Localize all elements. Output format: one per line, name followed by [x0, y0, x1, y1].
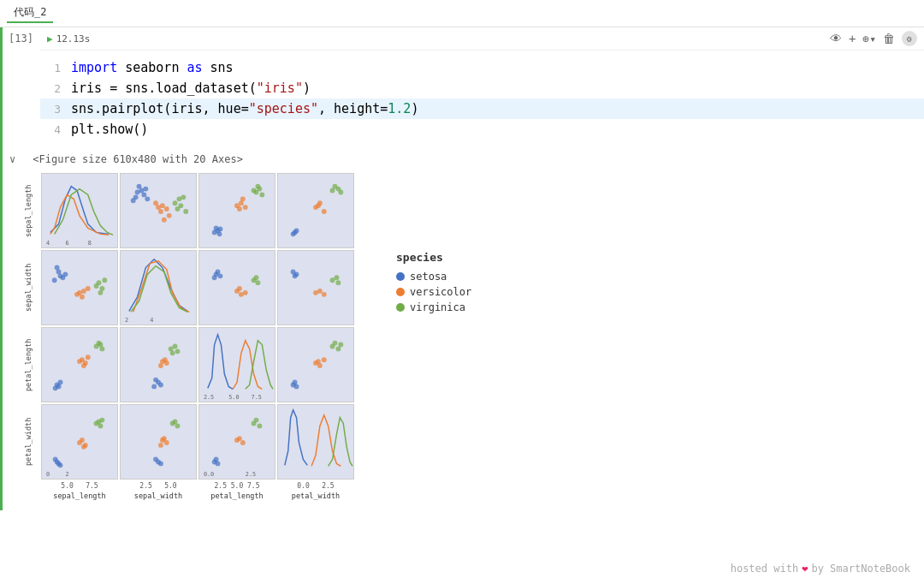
trash-icon[interactable]: 🗑 — [883, 32, 895, 45]
svg-point-161 — [158, 443, 163, 448]
svg-point-137 — [335, 347, 341, 352]
svg-point-24 — [181, 194, 186, 200]
cell-run-info: ▶ 12.13s — [47, 33, 90, 45]
svg-text:2.5: 2.5 — [204, 394, 214, 401]
line-num-2: 2 — [50, 80, 71, 98]
plot-container: sepal_length sepal_width petal_length pe… — [3, 169, 924, 507]
svg-point-14 — [160, 203, 165, 208]
svg-point-35 — [243, 205, 248, 210]
svg-point-142 — [58, 462, 63, 468]
svg-point-112 — [153, 378, 158, 383]
svg-point-85 — [256, 280, 261, 285]
cell-1-1: 2 4 — [120, 250, 197, 325]
svg-point-19 — [162, 217, 167, 223]
svg-text:7.5: 7.5 — [252, 394, 262, 401]
toggle-arrow: ∨ — [9, 153, 15, 165]
cell-3-0: 0 2 — [41, 404, 118, 480]
pairplot-row-1: 2 4 — [40, 249, 355, 326]
svg-point-67 — [97, 280, 102, 285]
svg-text:2: 2 — [125, 317, 128, 324]
svg-point-160 — [164, 440, 169, 445]
svg-point-12 — [131, 198, 136, 203]
svg-point-70 — [102, 277, 107, 283]
svg-point-48 — [316, 203, 321, 208]
svg-point-134 — [322, 357, 327, 362]
y-label-3: petal_width — [16, 403, 40, 480]
svg-point-80 — [237, 286, 242, 291]
svg-point-29 — [212, 229, 217, 235]
svg-point-84 — [254, 275, 259, 280]
svg-point-65 — [86, 286, 91, 291]
svg-rect-26 — [199, 174, 275, 247]
svg-text:0: 0 — [46, 471, 50, 478]
svg-point-121 — [175, 349, 181, 354]
cell-1-0 — [41, 250, 118, 325]
globe-dropdown-icon[interactable]: ⊕▾ — [862, 33, 876, 45]
cell-2-0 — [41, 327, 118, 402]
code-cell: [13] ▶ 12.13s 👁 + ⊕▾ 🗑 ⚙ 1 — [0, 27, 924, 146]
pairplot-row-3: 0 2 — [40, 403, 355, 480]
legend-title: species — [396, 251, 471, 264]
svg-point-147 — [81, 444, 86, 450]
y-label-2: petal_length — [16, 326, 40, 403]
footer-text-before: hosted with — [731, 563, 798, 575]
svg-point-138 — [338, 343, 343, 348]
svg-text:2.5: 2.5 — [246, 471, 256, 478]
svg-point-173 — [254, 418, 259, 423]
settings-icon[interactable]: ⚙ — [902, 31, 917, 46]
svg-point-49 — [322, 209, 327, 214]
cell-1-3 — [277, 250, 354, 325]
svg-point-104 — [81, 363, 86, 368]
y-label-0: sepal_length — [16, 172, 40, 249]
x-axis-labels: sepal_length sepal_width petal_length pe… — [40, 492, 355, 500]
svg-rect-42 — [278, 174, 353, 247]
svg-text:0.0: 0.0 — [204, 471, 214, 478]
svg-point-94 — [335, 275, 340, 280]
y-label-1: sepal_width — [16, 249, 40, 326]
cell-0-1 — [120, 173, 197, 248]
svg-point-15 — [164, 206, 169, 212]
svg-point-143 — [53, 457, 58, 462]
setosa-label: setosa — [410, 271, 447, 283]
svg-point-157 — [158, 461, 163, 466]
cell-actions: 👁 + ⊕▾ 🗑 ⚙ — [830, 31, 917, 46]
svg-rect-74 — [199, 251, 275, 325]
svg-rect-0 — [42, 174, 117, 247]
line-num-3: 3 — [50, 101, 71, 119]
cell-number: [13] — [9, 33, 33, 45]
svg-point-174 — [257, 424, 262, 429]
svg-point-34 — [237, 206, 242, 212]
versicolor-dot — [396, 288, 405, 296]
code-text-1: import seaborn as sns — [71, 57, 234, 78]
svg-point-45 — [291, 231, 296, 236]
svg-point-7 — [135, 190, 140, 195]
svg-point-8 — [141, 193, 146, 198]
run-time: 12.13s — [56, 33, 91, 45]
cell-2-2: 2.5 5.0 7.5 — [198, 327, 275, 402]
svg-rect-123 — [199, 328, 275, 402]
svg-point-31 — [217, 231, 222, 236]
svg-point-16 — [158, 209, 163, 214]
svg-point-82 — [243, 290, 248, 295]
svg-point-36 — [240, 196, 246, 201]
plot-grid-wrapper: sepal_length sepal_width petal_length pe… — [16, 172, 355, 500]
svg-text:2: 2 — [65, 471, 68, 478]
add-icon[interactable]: + — [849, 32, 856, 45]
code-line-3: 3 sns.pairplot(iris, hue="species", heig… — [40, 98, 924, 119]
svg-point-69 — [98, 290, 104, 295]
cell-0-0: 4 6 8 — [41, 173, 118, 248]
cell-tab[interactable]: 代码_2 — [7, 3, 53, 23]
svg-text:8: 8 — [88, 240, 92, 247]
svg-point-151 — [99, 418, 104, 423]
svg-point-58 — [55, 265, 60, 271]
eye-icon[interactable]: 👁 — [830, 32, 842, 45]
svg-point-89 — [291, 270, 296, 275]
code-area[interactable]: 1 import seaborn as sns 2 iris = sns.loa… — [40, 51, 924, 146]
code-text-2: iris = sns.load_dataset("iris") — [71, 78, 311, 98]
code-text-3: sns.pairplot(iris, hue="species", height… — [71, 98, 418, 119]
cell-1-2 — [198, 250, 275, 325]
svg-point-168 — [216, 461, 221, 466]
svg-point-92 — [322, 292, 327, 297]
svg-point-17 — [153, 200, 158, 206]
output-toggle[interactable]: ∨ <Figure size 610x480 with 20 Axes> — [3, 150, 924, 169]
